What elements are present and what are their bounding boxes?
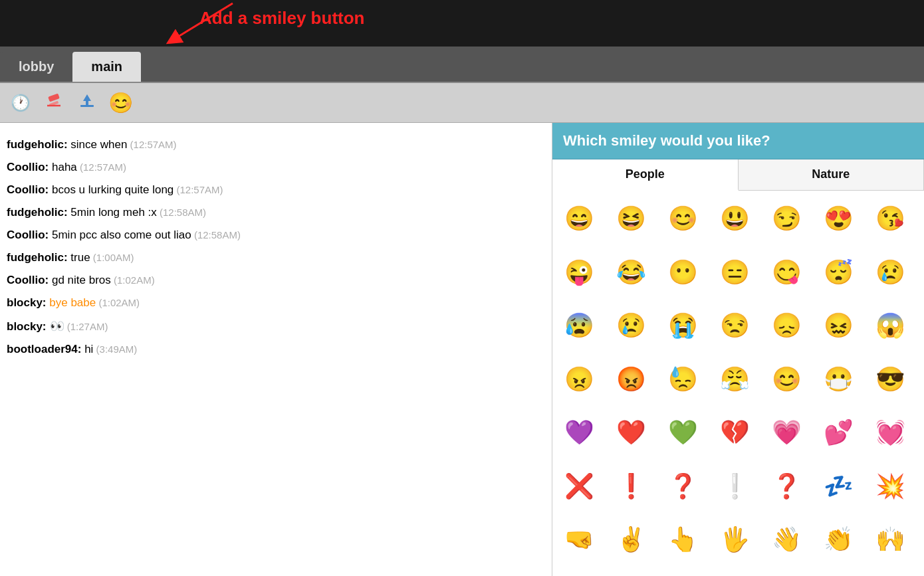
emoji-cell[interactable]: 💗	[766, 411, 808, 454]
emoji-cell[interactable]: ❗	[610, 465, 652, 508]
tab-lobby[interactable]: lobby	[0, 52, 72, 82]
tab-main[interactable]: main	[72, 52, 141, 82]
emoji-cell[interactable]: 😱	[869, 304, 912, 347]
chat-timestamp: (12:57AM)	[77, 161, 126, 173]
chat-message-text: true	[68, 251, 90, 264]
emoji-cell[interactable]: 😢	[610, 304, 652, 347]
chat-timestamp: (1:27AM)	[64, 321, 108, 332]
emoji-cell[interactable]: 😠	[558, 358, 600, 401]
emoji-cell[interactable]: ✌️	[610, 518, 652, 561]
upload-button[interactable]	[73, 89, 101, 117]
emoji-cell[interactable]: 😭	[661, 304, 704, 347]
emoji-cell[interactable]: ❓	[766, 465, 808, 508]
svg-line-0	[173, 3, 233, 40]
emoji-cell[interactable]: 💜	[558, 411, 600, 454]
chat-username: fudgeholic:	[7, 251, 68, 264]
emoji-cell[interactable]: ❤️	[610, 411, 652, 454]
chat-username: Coollio:	[7, 183, 49, 196]
emoji-tab-people[interactable]: People	[552, 159, 739, 191]
emoji-cell[interactable]: 😴	[818, 251, 860, 294]
chat-area: fudgeholic: since when (12:57AM)Coollio:…	[0, 123, 552, 576]
svg-marker-5	[83, 94, 91, 105]
chat-timestamp: (1:02AM)	[96, 297, 140, 308]
emoji-cell[interactable]: 😷	[818, 358, 860, 401]
chat-message-text: hi	[81, 343, 93, 355]
emoji-cell[interactable]: 💤	[818, 465, 860, 508]
emoji-cell[interactable]: 👆	[661, 518, 704, 561]
emoji-cell[interactable]: 👏	[818, 518, 860, 561]
chat-message: bootloader94: hi (3:49AM)	[7, 338, 545, 361]
chat-message: fudgeholic: true (1:00AM)	[7, 246, 545, 269]
chat-message: Coollio: bcos u lurking quite long (12:5…	[7, 179, 545, 201]
emoji-cell[interactable]: ❓	[661, 465, 704, 508]
emoji-cell[interactable]: 😏	[766, 197, 808, 240]
emoji-panel-header: Which smiley would you like?	[552, 123, 924, 159]
emoji-cell[interactable]: 💕	[818, 411, 860, 454]
emoji-cell[interactable]: 😓	[661, 358, 704, 401]
emoji-panel: Which smiley would you like? People Natu…	[552, 123, 924, 576]
tab-bar: lobby main	[0, 47, 924, 83]
chat-timestamp: (1:00AM)	[90, 252, 134, 263]
chat-message-text: bye babe	[47, 296, 96, 309]
chat-message: Coollio: 5min pcc also come out liao (12…	[7, 224, 545, 246]
annotation-bar: Add a smiley button	[0, 0, 924, 47]
emoji-cell[interactable]: ❕	[713, 465, 756, 508]
emoji-cell[interactable]: 😂	[610, 251, 652, 294]
emoji-cell[interactable]: 💔	[713, 411, 756, 454]
emoji-cell[interactable]: 😖	[818, 304, 860, 347]
emoji-cell[interactable]: 💓	[869, 411, 912, 454]
clock-button[interactable]: 🕐	[7, 89, 35, 117]
chat-username: blocky:	[7, 320, 47, 333]
svg-rect-1	[48, 94, 60, 102]
emoji-grid: 😄😆😊😃😏😍😘😜😂😶😑😋😴😢😰😢😭😒😞😖😱😠😡😓😤😊😷😎💜❤️💚💔💗💕💓❌❗❓❕…	[552, 191, 924, 576]
smiley-button[interactable]: 😊	[106, 89, 134, 117]
chat-username: Coollio:	[7, 161, 49, 173]
emoji-cell[interactable]: 💥	[869, 465, 912, 508]
emoji-cell[interactable]: ❌	[558, 465, 600, 508]
emoji-tab-nature[interactable]: Nature	[739, 159, 925, 190]
emoji-cell[interactable]: 😞	[766, 304, 808, 347]
annotation-arrow	[133, 0, 266, 50]
emoji-cell[interactable]: 👋	[766, 518, 808, 561]
svg-rect-4	[80, 105, 94, 107]
emoji-cell[interactable]: 😒	[713, 304, 756, 347]
emoji-cell[interactable]: 💚	[661, 411, 704, 454]
chat-timestamp: (12:58AM)	[191, 229, 241, 240]
emoji-cell[interactable]: 🤜	[558, 518, 600, 561]
chat-message: blocky: 👀 (1:27AM)	[7, 314, 545, 338]
chat-username: Coollio:	[7, 274, 49, 286]
emoji-cell[interactable]: 😃	[713, 197, 756, 240]
chat-message-text: bcos u lurking quite long	[49, 183, 173, 196]
emoji-cell[interactable]: 😑	[713, 251, 756, 294]
chat-message: fudgeholic: 5min long meh :x (12:58AM)	[7, 201, 545, 224]
chat-message-text: gd nite bros	[49, 274, 111, 286]
emoji-cell[interactable]: 😋	[766, 251, 808, 294]
emoji-cell[interactable]: 😜	[558, 251, 600, 294]
emoji-cell[interactable]: 😡	[610, 358, 652, 401]
emoji-cell[interactable]: 😊	[661, 197, 704, 240]
chat-timestamp: (12:58AM)	[157, 207, 206, 218]
clock-icon: 🕐	[11, 94, 31, 112]
emoji-cell[interactable]: 😰	[558, 304, 600, 347]
emoji-cell[interactable]: 😍	[818, 197, 860, 240]
emoji-cell[interactable]: 😎	[869, 358, 912, 401]
chat-message: Coollio: haha (12:57AM)	[7, 156, 545, 179]
emoji-tabs: People Nature	[552, 159, 924, 191]
emoji-cell[interactable]: 🙌	[869, 518, 912, 561]
chat-message-text: since when	[68, 138, 128, 151]
eraser-icon	[45, 91, 63, 114]
chat-username: fudgeholic:	[7, 138, 68, 151]
emoji-cell[interactable]: 😶	[661, 251, 704, 294]
emoji-cell[interactable]: 😘	[869, 197, 912, 240]
main-layout: fudgeholic: since when (12:57AM)Coollio:…	[0, 123, 924, 576]
emoji-cell[interactable]: 😆	[610, 197, 652, 240]
chat-message-text: 👀	[47, 320, 64, 333]
emoji-cell[interactable]: 🖐️	[713, 518, 756, 561]
emoji-cell[interactable]: 😄	[558, 197, 600, 240]
chat-message: fudgeholic: since when (12:57AM)	[7, 134, 545, 156]
emoji-cell[interactable]: 😢	[869, 251, 912, 294]
emoji-cell[interactable]: 😤	[713, 358, 756, 401]
chat-username: bootloader94:	[7, 343, 81, 355]
emoji-cell[interactable]: 😊	[766, 358, 808, 401]
eraser-button[interactable]	[40, 89, 68, 117]
